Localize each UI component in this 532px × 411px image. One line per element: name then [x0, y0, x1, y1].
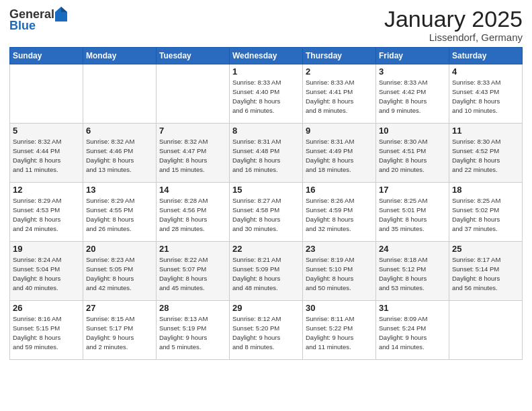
day-info: Sunrise: 8:33 AM Sunset: 4:43 PM Dayligh…: [452, 78, 519, 115]
week-row-2: 5Sunrise: 8:32 AM Sunset: 4:44 PM Daylig…: [10, 124, 523, 183]
table-cell: [10, 64, 83, 124]
day-number: 21: [159, 244, 226, 254]
table-cell: 29Sunrise: 8:12 AM Sunset: 5:20 PM Dayli…: [230, 301, 303, 360]
day-number: 18: [452, 185, 519, 195]
week-row-1: 1Sunrise: 8:33 AM Sunset: 4:40 PM Daylig…: [10, 64, 523, 124]
day-number: 20: [86, 244, 153, 254]
week-row-5: 26Sunrise: 8:16 AM Sunset: 5:15 PM Dayli…: [10, 301, 523, 360]
day-info: Sunrise: 8:23 AM Sunset: 5:05 PM Dayligh…: [86, 255, 153, 292]
table-cell: 22Sunrise: 8:21 AM Sunset: 5:09 PM Dayli…: [230, 242, 303, 301]
table-cell: 8Sunrise: 8:31 AM Sunset: 4:48 PM Daylig…: [230, 124, 303, 183]
day-info: Sunrise: 8:25 AM Sunset: 5:01 PM Dayligh…: [379, 196, 446, 233]
header-saturday: Saturday: [449, 48, 523, 64]
table-cell: 3Sunrise: 8:33 AM Sunset: 4:42 PM Daylig…: [376, 64, 449, 124]
table-cell: 30Sunrise: 8:11 AM Sunset: 5:22 PM Dayli…: [303, 301, 376, 360]
day-number: 17: [379, 185, 446, 195]
table-cell: 1Sunrise: 8:33 AM Sunset: 4:40 PM Daylig…: [230, 64, 303, 124]
day-info: Sunrise: 8:16 AM Sunset: 5:15 PM Dayligh…: [13, 314, 80, 351]
day-number: 16: [306, 185, 373, 195]
day-number: 13: [86, 185, 153, 195]
day-info: Sunrise: 8:28 AM Sunset: 4:56 PM Dayligh…: [159, 196, 226, 233]
month-title: January 2025: [384, 7, 523, 32]
day-number: 14: [159, 185, 226, 195]
day-info: Sunrise: 8:27 AM Sunset: 4:58 PM Dayligh…: [232, 196, 300, 233]
day-number: 26: [13, 303, 80, 313]
day-number: 28: [159, 303, 226, 313]
day-info: Sunrise: 8:33 AM Sunset: 4:40 PM Dayligh…: [232, 78, 300, 115]
day-info: Sunrise: 8:31 AM Sunset: 4:48 PM Dayligh…: [232, 137, 300, 174]
table-cell: 10Sunrise: 8:30 AM Sunset: 4:51 PM Dayli…: [376, 124, 449, 183]
day-number: 8: [232, 126, 300, 136]
table-cell: 26Sunrise: 8:16 AM Sunset: 5:15 PM Dayli…: [10, 301, 83, 360]
table-cell: 12Sunrise: 8:29 AM Sunset: 4:53 PM Dayli…: [10, 183, 83, 242]
table-cell: 4Sunrise: 8:33 AM Sunset: 4:43 PM Daylig…: [449, 64, 523, 124]
day-number: 1: [232, 66, 300, 77]
main-container: General Blue January 2025 Lissendorf, Ge…: [0, 0, 532, 364]
table-cell: 21Sunrise: 8:22 AM Sunset: 5:07 PM Dayli…: [157, 242, 230, 301]
table-cell: [449, 301, 523, 360]
table-cell: 7Sunrise: 8:32 AM Sunset: 4:47 PM Daylig…: [157, 124, 230, 183]
day-number: 5: [13, 126, 80, 136]
table-cell: 20Sunrise: 8:23 AM Sunset: 5:05 PM Dayli…: [83, 242, 157, 301]
day-number: 3: [379, 66, 446, 77]
svg-marker-1: [61, 7, 67, 12]
header-monday: Monday: [83, 48, 157, 64]
week-row-3: 12Sunrise: 8:29 AM Sunset: 4:53 PM Dayli…: [10, 183, 523, 242]
day-info: Sunrise: 8:18 AM Sunset: 5:12 PM Dayligh…: [379, 255, 446, 292]
logo: General Blue: [9, 7, 67, 33]
table-cell: 18Sunrise: 8:25 AM Sunset: 5:02 PM Dayli…: [449, 183, 523, 242]
table-cell: 11Sunrise: 8:30 AM Sunset: 4:52 PM Dayli…: [449, 124, 523, 183]
day-info: Sunrise: 8:29 AM Sunset: 4:55 PM Dayligh…: [86, 196, 153, 233]
day-number: 19: [13, 244, 80, 254]
day-number: 29: [232, 303, 300, 313]
header-row: General Blue January 2025 Lissendorf, Ge…: [9, 7, 523, 43]
day-number: 15: [232, 185, 300, 195]
table-cell: 25Sunrise: 8:17 AM Sunset: 5:14 PM Dayli…: [449, 242, 523, 301]
day-info: Sunrise: 8:31 AM Sunset: 4:49 PM Dayligh…: [306, 137, 373, 174]
day-info: Sunrise: 8:29 AM Sunset: 4:53 PM Dayligh…: [13, 196, 80, 233]
table-cell: 27Sunrise: 8:15 AM Sunset: 5:17 PM Dayli…: [83, 301, 157, 360]
day-info: Sunrise: 8:30 AM Sunset: 4:52 PM Dayligh…: [452, 137, 519, 174]
day-number: 30: [306, 303, 373, 313]
table-cell: 5Sunrise: 8:32 AM Sunset: 4:44 PM Daylig…: [10, 124, 83, 183]
day-number: 6: [86, 126, 153, 136]
table-cell: 16Sunrise: 8:26 AM Sunset: 4:59 PM Dayli…: [303, 183, 376, 242]
day-info: Sunrise: 8:24 AM Sunset: 5:04 PM Dayligh…: [13, 255, 80, 292]
day-number: 31: [379, 303, 446, 313]
table-cell: 14Sunrise: 8:28 AM Sunset: 4:56 PM Dayli…: [157, 183, 230, 242]
table-cell: 17Sunrise: 8:25 AM Sunset: 5:01 PM Dayli…: [376, 183, 449, 242]
day-info: Sunrise: 8:09 AM Sunset: 5:24 PM Dayligh…: [379, 314, 446, 351]
day-info: Sunrise: 8:22 AM Sunset: 5:07 PM Dayligh…: [159, 255, 226, 292]
table-cell: [83, 64, 157, 124]
title-block: January 2025 Lissendorf, Germany: [384, 7, 523, 43]
weekday-header-row: Sunday Monday Tuesday Wednesday Thursday…: [10, 48, 523, 64]
day-number: 27: [86, 303, 153, 313]
header-sunday: Sunday: [10, 48, 83, 64]
table-cell: 15Sunrise: 8:27 AM Sunset: 4:58 PM Dayli…: [230, 183, 303, 242]
day-info: Sunrise: 8:32 AM Sunset: 4:44 PM Dayligh…: [13, 137, 80, 174]
day-info: Sunrise: 8:33 AM Sunset: 4:41 PM Dayligh…: [306, 78, 373, 115]
calendar-table: Sunday Monday Tuesday Wednesday Thursday…: [9, 47, 523, 360]
table-cell: 19Sunrise: 8:24 AM Sunset: 5:04 PM Dayli…: [10, 242, 83, 301]
logo-icon: [55, 7, 67, 21]
day-info: Sunrise: 8:11 AM Sunset: 5:22 PM Dayligh…: [306, 314, 373, 351]
day-number: 2: [306, 66, 373, 77]
day-info: Sunrise: 8:25 AM Sunset: 5:02 PM Dayligh…: [452, 196, 519, 233]
day-info: Sunrise: 8:30 AM Sunset: 4:51 PM Dayligh…: [379, 137, 446, 174]
header-thursday: Thursday: [303, 48, 376, 64]
day-info: Sunrise: 8:32 AM Sunset: 4:47 PM Dayligh…: [159, 137, 226, 174]
day-info: Sunrise: 8:17 AM Sunset: 5:14 PM Dayligh…: [452, 255, 519, 292]
table-cell: 23Sunrise: 8:19 AM Sunset: 5:10 PM Dayli…: [303, 242, 376, 301]
table-cell: 24Sunrise: 8:18 AM Sunset: 5:12 PM Dayli…: [376, 242, 449, 301]
logo-blue: Blue: [9, 19, 36, 33]
header-wednesday: Wednesday: [230, 48, 303, 64]
day-number: 12: [13, 185, 80, 195]
day-info: Sunrise: 8:15 AM Sunset: 5:17 PM Dayligh…: [86, 314, 153, 351]
table-cell: 28Sunrise: 8:13 AM Sunset: 5:19 PM Dayli…: [157, 301, 230, 360]
day-number: 23: [306, 244, 373, 254]
day-number: 4: [452, 66, 519, 77]
header-friday: Friday: [376, 48, 449, 64]
day-info: Sunrise: 8:21 AM Sunset: 5:09 PM Dayligh…: [232, 255, 300, 292]
day-info: Sunrise: 8:19 AM Sunset: 5:10 PM Dayligh…: [306, 255, 373, 292]
location-title: Lissendorf, Germany: [384, 32, 523, 43]
